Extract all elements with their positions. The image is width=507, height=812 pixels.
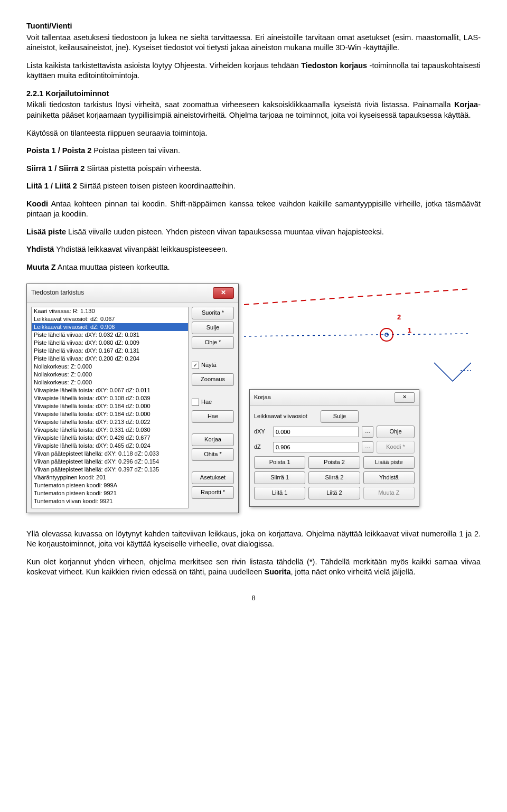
muutaz-button[interactable]: Muuta Z (363, 487, 415, 499)
lisaa-piste-button[interactable]: Lisää piste (363, 456, 415, 469)
cmd-koodi: Koodi Antaa kohteen pinnan tai koodin. S… (26, 199, 481, 220)
dialog-tiedoston-tarkistus: Tiedoston tarkistus ✕ Kaari viivassa: R:… (26, 284, 239, 513)
cmd-koodi-label: Koodi (26, 200, 48, 208)
dialog2-titlebar[interactable]: Korjaa ✕ (250, 390, 419, 406)
korjaa-desc: Leikkaavat viivaosiot (254, 412, 317, 420)
list-item[interactable]: Piste lähellä viivaa: dXY: 0.167 dZ: 0.1… (32, 347, 188, 355)
list-item[interactable]: Nollakorkeus: Z: 0.000 (32, 379, 188, 386)
list-item[interactable]: Viivan päätepisteet lähellä: dXY: 0.397 … (32, 466, 188, 474)
cmd-siirra-text: Siirtää pistettä poispäin virheestä. (84, 164, 201, 173)
cmd-siirra-label: Siirrä 1 / Siirrä 2 (26, 164, 84, 173)
para-end-2b: , jotta näet onko virheitä vielä jäljell… (291, 568, 416, 576)
nayta-checkbox[interactable]: ✓Näytä (192, 360, 234, 371)
list-item[interactable]: Kaari viivassa: R: 1.130 (32, 307, 188, 315)
siirra2-button[interactable]: Siirrä 2 (308, 471, 360, 484)
para-end-1: Yllä olevassa kuvassa on löytynyt kahden… (26, 529, 481, 550)
close-icon[interactable]: ✕ (213, 287, 234, 299)
cmd-yhdista-label: Yhdistä (26, 245, 54, 253)
page-number: 8 (26, 593, 481, 603)
figure-right-column: 1 2 Korjaa ✕ Leikkaavat viivaosiot Sulje… (244, 284, 481, 394)
raportti-button[interactable]: Raportti * (192, 486, 234, 499)
list-item[interactable]: Vääräntyyppinen koodi: 201 (32, 474, 188, 481)
dialog-titlebar[interactable]: Tiedoston tarkistus ✕ (27, 284, 238, 303)
list-item[interactable]: Tuntematon pisteen koodi: 9921 (32, 489, 188, 497)
zoomaus-button[interactable]: Zoomaus (192, 373, 234, 386)
liita1-button[interactable]: Liitä 1 (254, 487, 305, 499)
list-item[interactable]: Viivapiste lähellä toista: dXY: 0.108 dZ… (32, 394, 188, 402)
poista2-button[interactable]: Poista 2 (308, 456, 360, 469)
list-item[interactable]: Piste lähellä viivaa: dXY: 0.080 dZ: 0.0… (32, 339, 188, 347)
list-item[interactable]: Piste lähellä viivaa: dXY: 0.200 dZ: 0.2… (32, 355, 188, 363)
cmd-lisaa-label: Lisää piste (26, 228, 66, 236)
dz-label: dZ (254, 443, 270, 451)
asetukset-button[interactable]: Asetukset (192, 471, 234, 484)
heading-import-export: Tuonti/Vienti (26, 22, 72, 30)
koodi-button[interactable]: Koodi * (377, 441, 415, 454)
checkbox-icon (192, 399, 199, 406)
liita2-button[interactable]: Liitä 2 (308, 487, 360, 499)
ohje-button[interactable]: Ohje (377, 426, 415, 438)
suorita-button[interactable]: Suorita * (192, 307, 234, 319)
list-item[interactable]: Viivapiste lähellä toista: dXY: 0.331 dZ… (32, 426, 188, 434)
cmd-muutaz-text: Antaa muuttaa pisteen korkeutta. (56, 263, 170, 271)
list-item[interactable]: Viivapiste lähellä toista: dXY: 0.426 dZ… (32, 434, 188, 442)
para-intro-2a: Lista kaikista tarkistettavista asioista… (26, 61, 301, 70)
cmd-liita-text: Siirtää pisteen toisen pisteen koordinaa… (77, 182, 236, 190)
list-item[interactable]: Viivan päätepisteet lähellä: dXY: 0.118 … (32, 450, 188, 458)
cmd-muutaz: Muuta Z Antaa muuttaa pisteen korkeutta. (26, 262, 481, 273)
figure-area: Tiedoston tarkistus ✕ Kaari viivassa: R:… (26, 284, 481, 513)
yhdista-button[interactable]: Yhdistä (363, 471, 415, 484)
cmd-yhdista: Yhdistä Yhdistää leikkaavat viivanpäät l… (26, 244, 481, 255)
cmd-yhdista-text: Yhdistää leikkaavat viivanpäät leikkausp… (54, 245, 228, 253)
para-end-2: Kun olet korjannut yhden virheen, ohjelm… (26, 557, 481, 578)
para-intro-2: Lista kaikista tarkistettavista asioista… (26, 61, 481, 81)
list-item[interactable]: Viivapiste lähellä toista: dXY: 0.213 dZ… (32, 418, 188, 426)
list-item[interactable]: Leikkaavat viivaosiot: dZ: 0.906 (32, 323, 188, 331)
dxy-more-button[interactable]: … (362, 426, 373, 438)
cmd-lisaa-text: Lisää viivalle uuden pisteen. Yhden pist… (66, 228, 384, 236)
para-intro-1: Voit tallentaa asetuksesi tiedostoon ja … (26, 33, 481, 53)
list-item[interactable]: Viivapiste lähellä toista: dXY: 0.184 dZ… (32, 410, 188, 418)
bold-suorita: Suorita (265, 568, 291, 576)
dz-more-button[interactable]: … (362, 441, 373, 453)
dxy-field[interactable]: 0.000 (273, 427, 359, 437)
list-item[interactable]: Viivapiste lähellä toista: dXY: 0.067 dZ… (32, 386, 188, 394)
canvas-label-2: 2 (397, 313, 401, 322)
poista1-button[interactable]: Poista 1 (254, 456, 305, 469)
svg-line-1 (244, 334, 471, 336)
list-item[interactable]: Viivapiste lähellä toista: dXY: 0.465 dZ… (32, 442, 188, 450)
close-icon[interactable]: ✕ (395, 392, 415, 403)
list-item[interactable]: Tuntematon viivan koodi: 9921 (32, 497, 188, 505)
bold-korjaa: Korjaa (454, 100, 478, 109)
list-item[interactable]: Viivapiste lähellä toista: dXY: 0.184 dZ… (32, 402, 188, 410)
error-listbox[interactable]: Kaari viivassa: R: 1.130Leikkaavat viiva… (31, 307, 189, 508)
list-item[interactable]: Tuntematon pisteen koodi: 999A (32, 481, 188, 489)
ohje-button[interactable]: Ohje * (192, 336, 234, 349)
sulje-button[interactable]: Sulje (192, 322, 234, 334)
nayta-label: Näytä (201, 361, 217, 369)
siirra1-button[interactable]: Siirrä 1 (254, 471, 305, 484)
svg-line-0 (244, 289, 471, 305)
dxy-label: dXY (254, 428, 270, 436)
sulje-button[interactable]: Sulje (321, 410, 359, 423)
list-item[interactable]: Leikkaavat viivaosiot: dZ: 0.067 (32, 315, 188, 323)
dz-field[interactable]: 0.906 (273, 442, 359, 452)
ohita-button[interactable]: Ohita * (192, 448, 234, 461)
list-item[interactable]: Nollakorkeus: Z: 0.000 (32, 363, 188, 371)
drawing-canvas: 1 2 (244, 284, 481, 394)
list-item[interactable]: Viivan päätepisteet lähellä: dXY: 0.296 … (32, 458, 188, 466)
lines-svg (244, 284, 471, 394)
cmd-liita-label: Liitä 1 / Liitä 2 (26, 182, 77, 190)
hae-button[interactable]: Hae (192, 410, 234, 423)
checkbox-icon: ✓ (192, 362, 199, 369)
para-221-2: Käytössä on tilanteesta riippuen seuraav… (26, 128, 481, 139)
dialog-korjaa: Korjaa ✕ Leikkaavat viivaosiot Sulje dXY… (249, 389, 419, 507)
korjaa-button[interactable]: Korjaa (192, 433, 234, 446)
canvas-label-1: 1 (408, 326, 411, 335)
hae-checkbox[interactable]: Hae (192, 396, 234, 408)
list-item[interactable]: Nollakorkeus: Z: 0.000 (32, 371, 188, 379)
list-item[interactable]: Piste lähellä viivaa: dXY: 0.032 dZ: 0.0… (32, 331, 188, 339)
cmd-poista-label: Poista 1 / Poista 2 (26, 146, 91, 155)
hae-chk-label: Hae (201, 398, 212, 406)
cmd-muutaz-label: Muuta Z (26, 263, 56, 271)
